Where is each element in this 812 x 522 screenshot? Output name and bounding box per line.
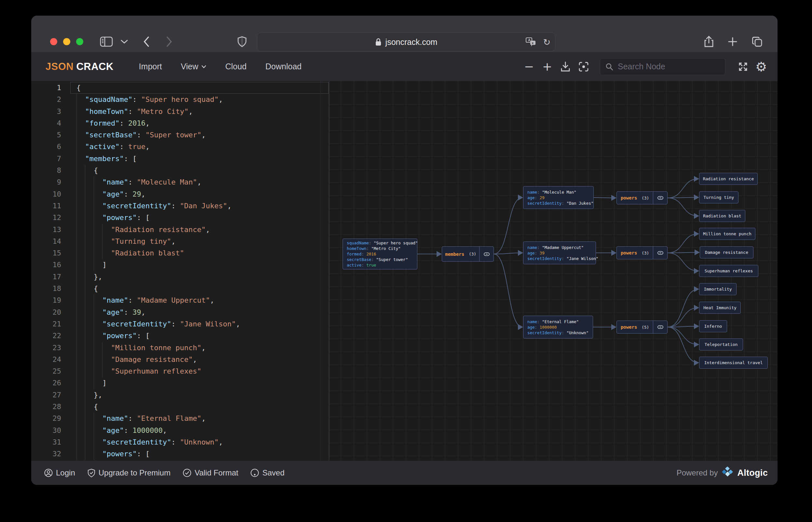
line-number: 26 bbox=[31, 377, 70, 389]
download-image-button[interactable] bbox=[556, 58, 575, 76]
altogic-logo-icon bbox=[722, 467, 733, 479]
expand-link-icon[interactable] bbox=[479, 247, 494, 261]
privacy-report-button[interactable] bbox=[234, 34, 250, 49]
expand-link-icon[interactable] bbox=[653, 192, 667, 204]
plus-icon bbox=[728, 37, 737, 46]
menu-import[interactable]: Import bbox=[139, 62, 162, 71]
center-focus-button[interactable] bbox=[575, 58, 593, 76]
powered-by-altogic-link[interactable]: Powered by Altogic bbox=[677, 467, 768, 479]
forward-icon bbox=[166, 37, 172, 47]
expand-link-icon[interactable] bbox=[653, 321, 667, 333]
tab-overview-icon bbox=[752, 36, 763, 47]
graph-canvas[interactable]: squadName: "Super hero squad"homeTown: "… bbox=[329, 81, 777, 461]
graph-node-imm[interactable]: Immortality bbox=[699, 283, 736, 295]
code-line: 27}, bbox=[31, 389, 329, 401]
close-window-button[interactable] bbox=[50, 38, 57, 45]
graph-node-rr[interactable]: Radiation resistance bbox=[699, 173, 758, 185]
code-line: 15"Radiation blast" bbox=[31, 247, 329, 259]
code-line: 23"Million tonne punch", bbox=[31, 342, 329, 354]
code-line: 2"squadName": "Super hero squad", bbox=[31, 94, 329, 105]
graph-node-hi[interactable]: Heat Immunity bbox=[699, 302, 741, 314]
code-line: 11"secretIdentity": "Dan Jukes", bbox=[31, 200, 329, 212]
sidebar-toggle-button[interactable] bbox=[99, 34, 114, 49]
graph-node-eternal[interactable]: name: "Eternal Flame"age: 1000000secretI… bbox=[523, 316, 593, 339]
line-number: 19 bbox=[31, 295, 70, 306]
code-line: 18{ bbox=[31, 283, 329, 295]
graph-node-root[interactable]: squadName: "Super hero squad"homeTown: "… bbox=[342, 239, 417, 269]
graph-node-powers1[interactable]: powers(3) bbox=[617, 192, 668, 204]
graph-node-members[interactable]: members(3) bbox=[442, 246, 494, 262]
graph-node-tt[interactable]: Turning tiny bbox=[699, 192, 738, 203]
line-number: 9 bbox=[31, 176, 70, 188]
upgrade-premium-button[interactable]: Upgrade to Premium bbox=[87, 468, 170, 477]
toolbar-chevron-button[interactable] bbox=[117, 34, 132, 49]
saved-status: Saved bbox=[250, 468, 284, 477]
graph-node-inf[interactable]: Inferno bbox=[699, 320, 727, 332]
graph-node-madame[interactable]: name: "Madame Uppercut"age: 39secretIden… bbox=[523, 241, 596, 264]
graph-node-it[interactable]: Interdimensional travel bbox=[699, 357, 768, 369]
line-number: 8 bbox=[31, 165, 70, 176]
code-line: 30"age": 1000000, bbox=[31, 425, 329, 436]
code-line: 28{ bbox=[31, 401, 329, 413]
code-line: 32"powers": [ bbox=[31, 448, 329, 460]
code-line: 20"age": 39, bbox=[31, 306, 329, 318]
powered-by-label: Powered by bbox=[677, 468, 718, 477]
chevron-down-icon bbox=[201, 65, 206, 68]
menu-cloud[interactable]: Cloud bbox=[225, 62, 246, 71]
json-editor[interactable]: 1{2"squadName": "Super hero squad",3"hom… bbox=[31, 81, 329, 461]
share-button[interactable] bbox=[701, 34, 717, 49]
login-button[interactable]: Login bbox=[44, 468, 75, 477]
graph-node-dr[interactable]: Damage resistance bbox=[700, 246, 753, 258]
app-header: JSONCRACK Import View Cloud Download − + bbox=[31, 52, 777, 81]
graph-node-rb[interactable]: Radiation blast bbox=[699, 210, 745, 222]
line-number: 18 bbox=[31, 283, 70, 295]
url-bar[interactable]: jsoncrack.com A x ↻ bbox=[257, 33, 555, 52]
graph-node-powers2[interactable]: powers(3) bbox=[617, 246, 668, 259]
zoom-in-button[interactable]: + bbox=[538, 58, 556, 76]
settings-button[interactable]: ⚙ bbox=[752, 58, 770, 76]
line-number: 7 bbox=[31, 153, 70, 165]
line-number: 30 bbox=[31, 425, 70, 436]
code-line: 22"powers": [ bbox=[31, 330, 329, 342]
graph-node-powers5[interactable]: powers(5) bbox=[617, 321, 668, 334]
search-node-input[interactable]: Search Node bbox=[600, 58, 726, 75]
zoom-window-button[interactable] bbox=[76, 38, 83, 45]
line-number: 12 bbox=[31, 212, 70, 224]
code-line: 14"Turning tiny", bbox=[31, 236, 329, 247]
translate-icon: A x bbox=[526, 37, 537, 47]
graph-node-sr[interactable]: Superhuman reflexes bbox=[699, 265, 758, 277]
forward-button[interactable] bbox=[161, 34, 177, 49]
line-number: 10 bbox=[31, 188, 70, 200]
minimize-window-button[interactable] bbox=[63, 38, 70, 45]
line-number: 17 bbox=[31, 271, 70, 283]
code-line: 26] bbox=[31, 377, 329, 389]
new-tab-button[interactable] bbox=[725, 34, 741, 49]
expand-link-icon[interactable] bbox=[653, 247, 667, 259]
chevron-down-icon bbox=[121, 39, 128, 44]
line-number: 24 bbox=[31, 354, 70, 365]
line-number: 6 bbox=[31, 141, 70, 153]
saved-disc-icon bbox=[250, 469, 259, 477]
graph-node-mtp[interactable]: Million tonne punch bbox=[699, 228, 755, 240]
tab-overview-button[interactable] bbox=[750, 34, 765, 49]
back-icon bbox=[143, 37, 150, 47]
fullscreen-icon bbox=[738, 61, 748, 72]
reload-button[interactable]: ↻ bbox=[543, 33, 550, 51]
zoom-out-button[interactable]: − bbox=[520, 58, 538, 76]
menu-download[interactable]: Download bbox=[266, 62, 301, 71]
user-circle-icon bbox=[44, 469, 53, 477]
code-line: 21"secretIdentity": "Jane Wilson", bbox=[31, 318, 329, 330]
graph-node-molecule[interactable]: name: "Molecule Man"age: 29secretIdentit… bbox=[523, 186, 594, 209]
shield-icon bbox=[237, 36, 247, 47]
code-line: 6"active": true, bbox=[31, 141, 329, 153]
code-line: 29"name": "Eternal Flame", bbox=[31, 413, 329, 424]
back-button[interactable] bbox=[139, 34, 154, 49]
translate-button[interactable]: A x bbox=[526, 33, 537, 51]
app-logo[interactable]: JSONCRACK bbox=[45, 61, 113, 73]
code-line: 9"name": "Molecule Man", bbox=[31, 176, 329, 188]
fullscreen-button[interactable] bbox=[734, 58, 752, 76]
menu-view[interactable]: View bbox=[181, 62, 207, 71]
graph-node-tel[interactable]: Teleportation bbox=[699, 339, 743, 350]
download-icon bbox=[561, 61, 570, 72]
lock-icon bbox=[375, 38, 381, 46]
